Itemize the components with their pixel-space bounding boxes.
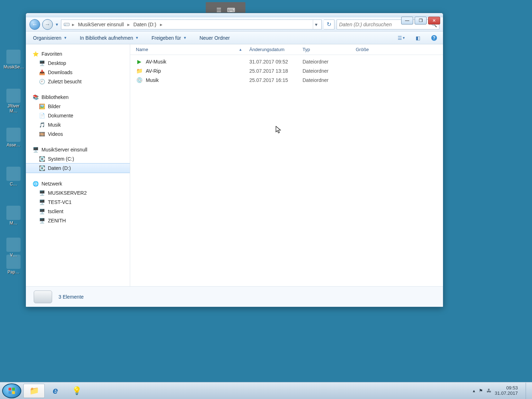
downloads-icon: 📥 [39,69,45,76]
nav-pictures[interactable]: 🖼️Bilder [26,102,130,111]
nav-netpc[interactable]: 🖥️MUSIKSERVER2 [26,188,130,198]
refresh-button[interactable]: ↻ [324,20,334,29]
folder-icon: 📁 [136,67,143,74]
recent-icon: 🕘 [39,78,45,85]
svg-rect-8 [12,391,15,394]
nav-videos[interactable]: 🎞️Videos [26,129,130,139]
star-icon: ⭐ [32,51,39,57]
history-dropdown[interactable]: ▼ [55,22,59,27]
nav-documents[interactable]: 📄Dokumente [26,111,130,120]
explorer-window: — ❐ ✕ ← → ▼ ▸ MusikServer einsnull ▸ Dat… [26,13,443,307]
breadcrumb-computer[interactable]: MusikServer einsnull [77,22,125,27]
taskbar: 📁 e 💡 ▴ ⚑ 🖧 09:53 31.07.2017 [0,382,532,399]
maximize-button[interactable]: ❐ [415,17,427,24]
music-icon: 🎵 [39,122,45,128]
videos-icon: 🎞️ [39,131,45,137]
tray-clock[interactable]: 09:53 31.07.2017 [495,386,520,396]
networkpc-icon: 🖥️ [39,208,45,215]
column-name[interactable]: Name▲ [136,47,249,52]
tray-network-icon[interactable]: 🖧 [487,388,491,393]
status-bar: 3 Elemente [26,286,443,307]
svg-rect-0 [64,23,70,26]
file-row[interactable]: 💿 Musik 25.07.2017 16:15 Dateiordner [130,76,443,85]
nav-drive-c[interactable]: 💽System (C:) [26,154,130,164]
explorer-icon: 📁 [29,386,39,395]
desktop-icon[interactable]: Asse… [4,128,23,148]
nav-recent[interactable]: 🕘Zuletzt besucht [26,77,130,86]
desktop-icon[interactable]: Pap… [4,255,23,275]
menu-icon[interactable]: ☰ [216,7,221,13]
include-library-button[interactable]: In Bibliothek aufnehmen ▼ [78,34,141,42]
organize-button[interactable]: Organisieren ▼ [31,34,69,42]
pictures-icon: 🖼️ [39,103,45,110]
desktop-icon[interactable]: MusikSe… [4,50,23,70]
keyboard-icon[interactable]: ⌨ [227,7,235,13]
network-icon: 🌐 [32,181,39,187]
play-folder-icon: ▶ [136,58,143,65]
networkpc-icon: 🖥️ [39,199,45,205]
nav-music[interactable]: 🎵Musik [26,120,130,129]
networkpc-icon: 🖥️ [39,217,45,224]
view-button[interactable]: ☰ ▼ [398,34,405,42]
nav-desktop[interactable]: 🖥️Desktop [26,59,130,68]
taskbar-ie[interactable]: e [45,384,66,398]
desktop-icon: 🖥️ [39,60,45,66]
documents-icon: 📄 [39,112,45,119]
desktop-icon[interactable]: JRiver M… [4,89,23,113]
drive-icon [63,22,70,27]
mouse-cursor-icon [276,126,281,134]
svg-rect-1 [65,25,66,26]
file-list: Name▲ Änderungsdatum Typ Größe ▶ AV-Musi… [130,44,443,286]
column-date[interactable]: Änderungsdatum [249,47,303,52]
svg-rect-7 [9,391,11,394]
forward-button[interactable]: → [42,19,53,30]
file-row[interactable]: ▶ AV-Musik 31.07.2017 09:52 Dateiordner [130,57,443,66]
close-button[interactable]: ✕ [428,17,440,24]
svg-rect-5 [9,388,11,390]
nav-network[interactable]: 🌐Netzwerk [26,179,130,188]
nav-netpc[interactable]: 🖥️TEST-VC1 [26,198,130,207]
start-button[interactable] [2,383,21,398]
nav-netpc[interactable]: 🖥️tsclient [26,207,130,216]
nav-libraries[interactable]: 📚Bibliotheken [26,93,130,102]
address-bar[interactable]: ▸ MusikServer einsnull ▸ Daten (D:) ▸ ▾ [61,20,322,29]
breadcrumb-current[interactable]: Daten (D:) [132,22,158,27]
computer-icon: 🖥️ [32,146,39,153]
column-size[interactable]: Größe [356,47,398,52]
share-button[interactable]: Freigeben für ▼ [149,34,189,42]
nav-downloads[interactable]: 📥Downloads [26,68,130,77]
networkpc-icon: 🖥️ [39,190,45,196]
help-button[interactable]: ? [430,34,438,42]
drive-icon: 💽 [39,165,45,171]
status-text: 3 Elemente [59,294,84,300]
tray-flag-icon[interactable]: ⚑ [479,388,483,393]
drive-thumb-icon [34,290,52,303]
nav-computer[interactable]: 🖥️MusikServer einsnull [26,145,130,154]
nav-favorites[interactable]: ⭐Favoriten [26,49,130,59]
ie-icon: e [53,385,58,396]
libraries-icon: 📚 [32,94,39,100]
back-button[interactable]: ← [29,19,40,30]
show-desktop-button[interactable] [526,383,530,399]
nav-netpc[interactable]: 🖥️ZENITH [26,216,130,225]
svg-rect-6 [12,388,15,390]
new-folder-button[interactable]: Neuer Ordner [197,34,232,42]
address-dropdown[interactable]: ▾ [313,20,319,29]
column-type[interactable]: Typ [303,47,356,52]
disc-folder-icon: 💿 [136,77,143,84]
desktop-icon[interactable]: C… [4,167,23,187]
desktop-icon[interactable]: M… [4,206,23,226]
taskbar-explorer[interactable]: 📁 [23,384,45,398]
nav-drive-d[interactable]: 💽Daten (D:) [26,163,130,173]
minimize-button[interactable]: — [401,17,413,24]
taskbar-app[interactable]: 💡 [66,384,87,398]
svg-text:?: ? [433,35,435,40]
file-row[interactable]: 📁 AV-Rip 25.07.2017 13:18 Dateiordner [130,66,443,76]
nav-pane: ⭐Favoriten 🖥️Desktop 📥Downloads 🕘Zuletzt… [26,44,130,286]
bulb-icon: 💡 [72,386,82,395]
preview-pane-button[interactable]: ◧ [414,34,422,42]
sort-asc-icon: ▲ [239,48,242,51]
drive-icon: 💽 [39,156,45,162]
tray-arrow-icon[interactable]: ▴ [473,388,475,393]
